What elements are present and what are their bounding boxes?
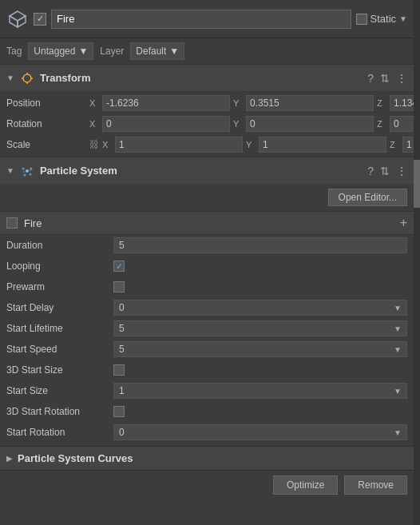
position-y-input[interactable] bbox=[246, 95, 374, 111]
fire-add-icon[interactable]: + bbox=[400, 216, 407, 230]
three-d-start-rotation-checkbox[interactable] bbox=[113, 406, 125, 417]
main-container: ✓ Static ▼ Tag Untagged ▼ Layer Default … bbox=[0, 0, 420, 525]
top-bar: ✓ Static ▼ bbox=[0, 0, 414, 38]
scale-xyz: X Y Z bbox=[102, 137, 420, 153]
fire-title: Fire bbox=[24, 217, 400, 229]
scale-z-label: Z bbox=[390, 140, 399, 149]
fire-active-checkbox[interactable] bbox=[6, 217, 18, 229]
layer-select[interactable]: Default ▼ bbox=[130, 42, 184, 60]
position-label: Position bbox=[6, 97, 86, 109]
transform-title: Transform bbox=[40, 72, 363, 84]
prewarm-checkbox[interactable] bbox=[113, 281, 125, 292]
particle-sliders-icon[interactable]: ⇅ bbox=[380, 165, 390, 177]
start-lifetime-field[interactable]: 5 ▼ bbox=[113, 320, 407, 336]
rotation-y-input[interactable] bbox=[246, 116, 374, 132]
start-delay-field[interactable]: 0 ▼ bbox=[113, 300, 407, 316]
transform-help-icon[interactable]: ? bbox=[367, 72, 374, 85]
rotation-x-label: X bbox=[89, 119, 99, 129]
position-z-label: Z bbox=[377, 98, 386, 108]
scale-x-label: X bbox=[102, 140, 112, 149]
particle-collapse-arrow[interactable]: ▼ bbox=[6, 166, 14, 175]
particle-title: Particle System bbox=[40, 165, 363, 177]
start-speed-row: Start Speed 5 ▼ bbox=[0, 339, 414, 360]
particle-more-icon[interactable]: ⋮ bbox=[396, 165, 407, 177]
start-rotation-field[interactable]: 0 ▼ bbox=[113, 424, 407, 440]
start-size-field[interactable]: 1 ▼ bbox=[113, 383, 407, 399]
rotation-row: Rotation X Y Z bbox=[0, 113, 414, 134]
start-delay-row: Start Delay 0 ▼ bbox=[0, 297, 414, 318]
start-delay-label: Start Delay bbox=[6, 302, 110, 313]
svg-point-10 bbox=[23, 171, 25, 173]
scale-x-input[interactable] bbox=[115, 137, 243, 153]
svg-point-9 bbox=[29, 173, 31, 175]
scale-label: Scale bbox=[6, 139, 86, 150]
start-delay-arrow: ▼ bbox=[394, 304, 402, 312]
three-d-start-rotation-row: 3D Start Rotation bbox=[0, 401, 414, 422]
static-dropdown-arrow[interactable]: ▼ bbox=[399, 14, 407, 23]
static-checkbox[interactable] bbox=[356, 14, 367, 25]
start-speed-field[interactable]: 5 ▼ bbox=[113, 341, 407, 357]
transform-header: ▼ Transform ? ⇅ ⋮ bbox=[0, 64, 414, 91]
particle-actions: ? ⇅ ⋮ bbox=[367, 165, 407, 177]
start-size-arrow: ▼ bbox=[394, 387, 402, 396]
static-label: Static bbox=[370, 13, 397, 25]
svg-point-6 bbox=[22, 167, 24, 169]
start-lifetime-row: Start Lifetime 5 ▼ bbox=[0, 318, 414, 339]
start-lifetime-arrow: ▼ bbox=[394, 324, 402, 333]
start-speed-arrow: ▼ bbox=[394, 345, 402, 354]
scrollbar-thumb[interactable] bbox=[414, 160, 420, 208]
tag-select[interactable]: Untagged ▼ bbox=[28, 42, 93, 60]
rotation-y-label: Y bbox=[233, 119, 243, 129]
three-d-start-rotation-label: 3D Start Rotation bbox=[6, 406, 110, 417]
duration-input[interactable] bbox=[113, 237, 407, 253]
scale-y-input[interactable] bbox=[259, 137, 386, 153]
cube-icon bbox=[6, 8, 29, 30]
three-d-start-size-label: 3D Start Size bbox=[6, 364, 110, 376]
particle-properties: Duration Looping ✓ Prewarm Start Delay bbox=[0, 235, 414, 443]
position-x-label: X bbox=[89, 98, 99, 108]
position-x-input[interactable] bbox=[102, 95, 230, 111]
scale-row: Scale ⛓ X Y Z bbox=[0, 134, 414, 155]
svg-point-11 bbox=[30, 169, 31, 171]
start-rotation-label: Start Rotation bbox=[6, 427, 110, 438]
svg-point-8 bbox=[23, 173, 26, 176]
looping-checkmark: ✓ bbox=[116, 261, 123, 272]
start-lifetime-label: Start Lifetime bbox=[6, 323, 110, 334]
svg-point-5 bbox=[26, 169, 29, 173]
three-d-start-size-row: 3D Start Size bbox=[0, 360, 414, 380]
start-rotation-arrow: ▼ bbox=[394, 428, 402, 437]
start-size-row: Start Size 1 ▼ bbox=[0, 380, 414, 401]
rotation-z-label: Z bbox=[377, 119, 386, 129]
looping-checkbox[interactable]: ✓ bbox=[113, 261, 125, 272]
rotation-x-input[interactable] bbox=[102, 116, 230, 132]
tag-layer-row: Tag Untagged ▼ Layer Default ▼ bbox=[0, 38, 414, 64]
scale-y-label: Y bbox=[246, 140, 256, 149]
curves-collapse-arrow[interactable]: ▶ bbox=[6, 454, 13, 463]
prewarm-label: Prewarm bbox=[6, 281, 110, 292]
remove-button[interactable]: Remove bbox=[344, 475, 407, 495]
duration-row: Duration bbox=[0, 235, 414, 256]
optimize-button[interactable]: Optimize bbox=[273, 475, 338, 495]
tag-label: Tag bbox=[6, 46, 22, 57]
curves-header: ▶ Particle System Curves bbox=[0, 446, 414, 470]
position-y-label: Y bbox=[233, 98, 243, 108]
scale-link-icon: ⛓ bbox=[89, 139, 99, 150]
curves-title: Particle System Curves bbox=[18, 452, 133, 464]
three-d-start-size-checkbox[interactable] bbox=[113, 364, 125, 376]
transform-collapse-arrow[interactable]: ▼ bbox=[6, 74, 14, 82]
looping-label: Looping bbox=[6, 261, 110, 272]
transform-properties: Position X Y Z Rotation X Y Z bbox=[0, 91, 414, 157]
looping-row: Looping ✓ bbox=[0, 256, 414, 276]
active-checkbox[interactable]: ✓ bbox=[34, 13, 46, 26]
particle-help-icon[interactable]: ? bbox=[367, 165, 374, 177]
transform-sliders-icon[interactable]: ⇅ bbox=[380, 72, 390, 85]
rotation-xyz: X Y Z bbox=[89, 116, 420, 132]
open-editor-button[interactable]: Open Editor... bbox=[328, 189, 407, 206]
scrollbar[interactable] bbox=[414, 0, 420, 525]
particle-system-header: ▼ Particle System ? ⇅ ⋮ bbox=[0, 157, 414, 184]
transform-more-icon[interactable]: ⋮ bbox=[396, 72, 407, 85]
object-name-input[interactable] bbox=[51, 10, 351, 29]
rotation-label: Rotation bbox=[6, 118, 86, 129]
layer-label: Layer bbox=[100, 46, 124, 57]
open-editor-row: Open Editor... bbox=[0, 184, 414, 211]
